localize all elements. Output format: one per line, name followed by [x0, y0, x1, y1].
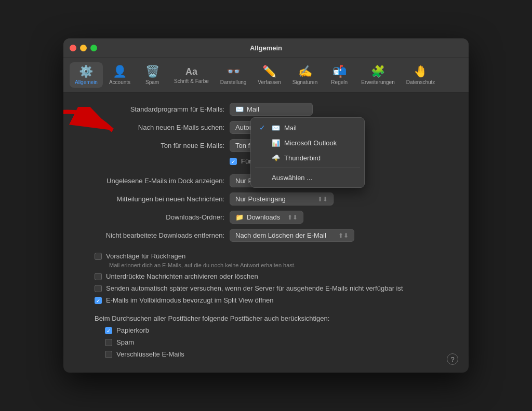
- mitteilungen-label: Mitteilungen bei neuen Nachrichten:: [79, 195, 230, 203]
- check-mark-icon: ✓: [259, 124, 268, 132]
- search-section-label: Beim Durchsuchen aller Postfächer folgen…: [79, 314, 453, 322]
- papierkorb-label: Papierkorb: [116, 326, 149, 334]
- close-button[interactable]: [70, 45, 76, 51]
- help-icon: ?: [450, 355, 454, 363]
- help-button[interactable]: ?: [447, 353, 458, 365]
- unterdrueckte-label: Unterdrückte Nachrichten archivieren ode…: [106, 272, 258, 280]
- papierkorb-checkbox[interactable]: ✓: [105, 327, 112, 334]
- tab-regeln-label: Regeln: [331, 79, 348, 85]
- font-icon: Aa: [185, 66, 197, 77]
- nicht-bearbeitete-select[interactable]: Nach dem Löschen der E-Mail ⬆⬇: [230, 229, 354, 242]
- papierkorb-row: ✓ Papierkorb: [79, 326, 453, 334]
- annotation-arrow: [63, 107, 118, 150]
- privacy-icon: 🤚: [414, 65, 428, 78]
- tab-darstellung-label: Darstellung: [220, 79, 247, 85]
- tab-spam-label: Spam: [145, 79, 159, 85]
- spam-row: Spam: [79, 338, 453, 346]
- outlook-item-label: Microsoft Outlook: [284, 139, 337, 147]
- tab-regeln[interactable]: 📬 Regeln: [324, 62, 355, 88]
- auswaehlen-item-label: Auswählen ...: [272, 174, 312, 182]
- downloads-ordner-row: Downloads-Ordner: 📁 Downloads ⬆⬇: [79, 211, 453, 224]
- toolbar: ⚙️ Allgemein 👤 Accounts 🗑️ Spam Aa Schri…: [63, 58, 469, 92]
- rules-icon: 📬: [332, 65, 347, 78]
- vollbild-label: E-Mails im Vollbildmodus bevorzugt im Sp…: [106, 296, 274, 304]
- tab-datenschutz-label: Datenschutz: [406, 79, 435, 85]
- chevron-up-down-icon2: ⬆⬇: [317, 196, 328, 203]
- gear-icon: ⚙️: [79, 65, 93, 78]
- vollbild-checkbox[interactable]: ✓: [95, 297, 102, 304]
- tab-accounts-label: Accounts: [109, 79, 130, 85]
- standard-mail-row: Standardprogramm für E-Mails: ✉️ Mail: [79, 103, 453, 116]
- tab-signaturen-label: Signaturen: [292, 79, 317, 85]
- thunderbird-icon: 🌩️: [272, 154, 280, 162]
- mitteilungen-value: Nur Posteingang: [235, 195, 286, 203]
- tab-erweiterungen-label: Erweiterungen: [361, 79, 394, 85]
- trash-icon: 🗑️: [145, 65, 159, 78]
- dropdown-mail-item[interactable]: ✓ ✉️ Mail: [251, 120, 364, 135]
- senden-label: Senden automatisch später versuchen, wen…: [106, 284, 403, 292]
- fuer-andere-checkbox[interactable]: ✓: [230, 158, 237, 165]
- glasses-icon: 👓: [227, 65, 241, 78]
- verschluesselt-label: Verschlüsselte E-Mails: [116, 350, 184, 358]
- folder-icon: 📁: [235, 213, 244, 221]
- dropdown-auswaehlen-item[interactable]: Auswählen ...: [251, 170, 364, 185]
- titlebar: Allgemein: [63, 38, 469, 58]
- tab-datenschutz[interactable]: 🤚 Datenschutz: [401, 62, 441, 88]
- downloads-ordner-button[interactable]: 📁 Downloads ⬆⬇: [230, 211, 303, 224]
- vorschlaege-checkbox[interactable]: [95, 253, 102, 260]
- senden-row: Senden automatisch später versuchen, wen…: [79, 284, 453, 292]
- mitteilungen-row: Mitteilungen bei neuen Nachrichten: Nur …: [79, 193, 453, 206]
- person-icon: 👤: [113, 65, 127, 78]
- tab-schrift-label: Schrift & Farbe: [174, 78, 209, 84]
- downloads-ordner-label: Downloads-Ordner:: [79, 213, 230, 221]
- tab-allgemein[interactable]: ⚙️ Allgemein: [70, 62, 103, 88]
- standard-mail-button[interactable]: ✉️ Mail: [230, 103, 313, 116]
- outlook-icon: 📊: [272, 139, 280, 147]
- tab-erweiterungen[interactable]: 🧩 Erweiterungen: [356, 62, 400, 88]
- content-area: Standardprogramm für E-Mails: ✉️ Mail Na…: [63, 92, 469, 373]
- mail-app-icon: ✉️: [235, 105, 244, 113]
- vorschlaege-sublabel: Mail erinnert dich an E-Mails, auf die d…: [79, 262, 453, 268]
- app-dropdown-menu: ✓ ✉️ Mail 📊 Microsoft Outlook 🌩️ Thunder…: [250, 117, 365, 188]
- tab-signaturen[interactable]: ✍️ Signaturen: [287, 62, 323, 88]
- unterdrueckte-checkbox[interactable]: [95, 273, 102, 280]
- verschluesselt-checkbox[interactable]: [105, 351, 112, 358]
- tab-spam[interactable]: 🗑️ Spam: [137, 62, 168, 88]
- chevron-up-down-icon3: ⬆⬇: [338, 232, 349, 239]
- traffic-lights: [70, 45, 97, 51]
- main-window: Allgemein ⚙️ Allgemein 👤 Accounts 🗑️ Spa…: [63, 38, 469, 373]
- senden-checkbox[interactable]: [95, 285, 102, 292]
- tab-allgemein-label: Allgemein: [75, 79, 98, 85]
- tab-darstellung[interactable]: 👓 Darstellung: [215, 62, 252, 88]
- tab-verfassen[interactable]: ✏️ Verfassen: [252, 62, 286, 88]
- mail-icon: ✉️: [272, 124, 280, 132]
- compose-icon: ✏️: [262, 65, 276, 78]
- extension-icon: 🧩: [371, 65, 385, 78]
- dropdown-separator: [255, 168, 360, 168]
- unterdrueckte-row: Unterdrückte Nachrichten archivieren ode…: [79, 272, 453, 280]
- signature-icon: ✍️: [298, 65, 312, 78]
- downloads-value: Downloads: [247, 213, 280, 221]
- tab-verfassen-label: Verfassen: [258, 79, 281, 85]
- thunderbird-item-label: Thunderbird: [284, 154, 321, 162]
- tab-schrift[interactable]: Aa Schrift & Farbe: [169, 64, 214, 87]
- chevron-icon-downloads: ⬆⬇: [287, 214, 298, 221]
- verschluesselt-row: Verschlüsselte E-Mails: [79, 350, 453, 358]
- window-title: Allgemein: [250, 44, 282, 52]
- vorschlaege-row: Vorschläge für Rückfragen: [79, 252, 453, 260]
- maximize-button[interactable]: [90, 45, 97, 51]
- ungelesene-label: Ungelesene E-Mails im Dock anzeigen:: [79, 177, 230, 185]
- mitteilungen-select[interactable]: Nur Posteingang ⬆⬇: [230, 193, 334, 206]
- vollbild-row: ✓ E-Mails im Vollbildmodus bevorzugt im …: [79, 296, 453, 304]
- nicht-bearbeitete-label: Nicht bearbeitete Downloads entfernen:: [79, 231, 230, 239]
- tab-accounts[interactable]: 👤 Accounts: [104, 62, 136, 88]
- spam-checkbox[interactable]: [105, 339, 112, 346]
- dropdown-outlook-item[interactable]: 📊 Microsoft Outlook: [251, 135, 364, 150]
- nicht-bearbeitete-row: Nicht bearbeitete Downloads entfernen: N…: [79, 229, 453, 242]
- standard-mail-value: Mail: [247, 105, 259, 113]
- dropdown-thunderbird-item[interactable]: 🌩️ Thunderbird: [251, 150, 364, 166]
- vorschlaege-label: Vorschläge für Rückfragen: [106, 252, 185, 260]
- minimize-button[interactable]: [80, 45, 87, 51]
- mail-item-label: Mail: [284, 124, 297, 132]
- spam-label: Spam: [116, 338, 134, 346]
